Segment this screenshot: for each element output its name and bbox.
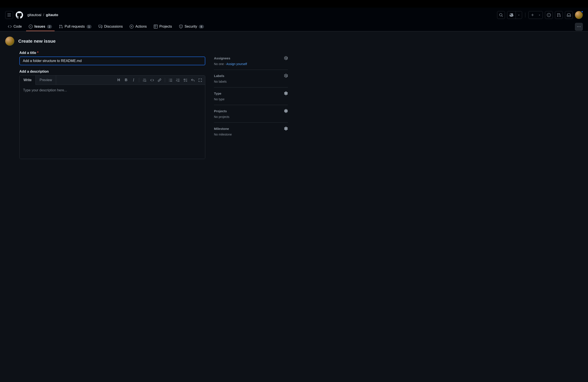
header-right-actions bbox=[497, 11, 583, 19]
issues-shortcut-button[interactable] bbox=[545, 11, 553, 19]
nav-pull-requests[interactable]: Pull requests 1 bbox=[56, 22, 94, 31]
task-list-button[interactable] bbox=[182, 77, 189, 83]
issue-sidebar: Assignees No one - Assign yourself Label… bbox=[214, 37, 288, 163]
copilot-icon-wrapper bbox=[507, 11, 516, 19]
toolbar-separator bbox=[139, 78, 139, 82]
gear-icon[interactable] bbox=[284, 127, 288, 130]
list-unordered-icon bbox=[169, 78, 172, 82]
kebab-horizontal-icon bbox=[577, 25, 581, 28]
gear-icon[interactable] bbox=[284, 74, 288, 78]
issue-opened-icon bbox=[547, 13, 551, 17]
link-icon bbox=[158, 78, 161, 82]
play-icon bbox=[130, 24, 133, 28]
quote-button[interactable] bbox=[141, 77, 148, 83]
title-input[interactable] bbox=[19, 57, 205, 65]
milestone-title: Milestone bbox=[214, 127, 229, 130]
type-value: No type bbox=[214, 97, 288, 101]
nav-actions[interactable]: Actions bbox=[127, 22, 149, 31]
gear-icon[interactable] bbox=[284, 91, 288, 95]
page-title: Create new issue bbox=[18, 39, 56, 44]
italic-button[interactable]: I bbox=[130, 77, 137, 83]
title-field-group: Add a title * bbox=[19, 51, 205, 65]
breadcrumb-owner[interactable]: gitautoai bbox=[27, 13, 41, 17]
gear-icon[interactable] bbox=[284, 56, 288, 60]
gear-icon[interactable] bbox=[284, 109, 288, 113]
chevron-down-icon bbox=[538, 14, 541, 16]
preview-tab[interactable]: Preview bbox=[36, 76, 56, 85]
labels-value: No labels bbox=[214, 80, 288, 83]
nav-issues-count: 2 bbox=[47, 25, 52, 28]
description-label: Add a description bbox=[19, 70, 205, 74]
assign-yourself-link[interactable]: Assign yourself bbox=[226, 62, 247, 66]
bold-button[interactable]: B bbox=[123, 77, 129, 83]
description-editor: Write Preview H B I bbox=[19, 75, 205, 159]
nav-security-label: Security bbox=[185, 24, 197, 28]
chevron-down-icon bbox=[518, 14, 520, 16]
nav-more-button[interactable] bbox=[575, 23, 583, 31]
unordered-list-button[interactable] bbox=[167, 77, 174, 83]
nav-projects-label: Projects bbox=[159, 24, 172, 28]
browser-top-bar bbox=[0, 0, 588, 8]
main-container: Create new issue Add a title * Add a des… bbox=[0, 31, 304, 169]
title-label-text: Add a title bbox=[19, 51, 36, 55]
title-label: Add a title * bbox=[19, 51, 205, 55]
assignees-section: Assignees No one - Assign yourself bbox=[214, 52, 288, 70]
author-avatar[interactable] bbox=[5, 37, 14, 46]
hamburger-icon bbox=[7, 13, 11, 17]
assignees-title: Assignees bbox=[214, 56, 230, 60]
milestone-value: No milestone bbox=[214, 133, 288, 136]
nav-security-count: 6 bbox=[199, 25, 204, 28]
list-ordered-icon bbox=[176, 78, 180, 82]
plus-icon bbox=[531, 13, 534, 17]
copilot-icon bbox=[509, 13, 513, 17]
nav-discussions-label: Discussions bbox=[104, 24, 123, 28]
code-button[interactable] bbox=[149, 77, 155, 83]
ordered-list-button[interactable] bbox=[175, 77, 181, 83]
nav-security[interactable]: Security 6 bbox=[176, 22, 207, 31]
create-new-dropdown[interactable] bbox=[536, 11, 543, 19]
breadcrumb-separator: / bbox=[43, 13, 44, 17]
editor-toolbar: H B I bbox=[115, 77, 203, 83]
copilot-button[interactable] bbox=[507, 11, 522, 19]
nav-code-label: Code bbox=[14, 24, 22, 28]
nav-code[interactable]: Code bbox=[5, 22, 24, 31]
editor-tabs: Write Preview H B I bbox=[20, 76, 205, 85]
code-icon bbox=[150, 78, 154, 82]
github-logo-icon[interactable] bbox=[16, 11, 23, 19]
issue-header: Create new issue bbox=[5, 37, 205, 46]
search-icon bbox=[499, 13, 503, 17]
description-textarea[interactable]: Type your description here... bbox=[20, 85, 205, 159]
nav-pulls-label: Pull requests bbox=[64, 24, 85, 28]
labels-section: Labels No labels bbox=[214, 70, 288, 87]
toolbar-separator bbox=[165, 78, 165, 82]
pull-requests-shortcut-button[interactable] bbox=[555, 11, 563, 19]
type-section: Type No type bbox=[214, 87, 288, 105]
type-title: Type bbox=[214, 92, 221, 95]
issue-form: Create new issue Add a title * Add a des… bbox=[5, 37, 205, 163]
screen-full-icon bbox=[198, 78, 202, 82]
mention-button[interactable] bbox=[189, 77, 196, 83]
global-header: gitautoai / gitauto bbox=[0, 8, 588, 22]
fullscreen-button[interactable] bbox=[197, 77, 203, 83]
nav-projects[interactable]: Projects bbox=[151, 22, 175, 31]
create-new-button[interactable] bbox=[528, 11, 543, 19]
breadcrumb: gitautoai / gitauto bbox=[27, 13, 58, 17]
write-tab[interactable]: Write bbox=[20, 76, 36, 85]
hamburger-menu-button[interactable] bbox=[5, 11, 13, 19]
breadcrumb-repo[interactable]: gitauto bbox=[46, 13, 58, 17]
heading-button[interactable]: H bbox=[115, 77, 122, 83]
projects-section: Projects No projects bbox=[214, 105, 288, 123]
nav-discussions[interactable]: Discussions bbox=[96, 22, 125, 31]
search-button[interactable] bbox=[497, 11, 505, 19]
inbox-icon bbox=[567, 13, 571, 17]
projects-value: No projects bbox=[214, 115, 288, 119]
nav-issues[interactable]: Issues 2 bbox=[26, 22, 55, 31]
description-field-group: Add a description Write Preview H B I bbox=[19, 70, 205, 159]
user-avatar[interactable] bbox=[575, 11, 583, 19]
notifications-button[interactable] bbox=[565, 11, 573, 19]
nav-pulls-count: 1 bbox=[86, 25, 92, 28]
link-button[interactable] bbox=[156, 77, 163, 83]
git-pull-request-icon bbox=[59, 24, 63, 28]
copilot-dropdown[interactable] bbox=[516, 11, 522, 19]
assignees-prefix: No one - bbox=[214, 62, 226, 66]
